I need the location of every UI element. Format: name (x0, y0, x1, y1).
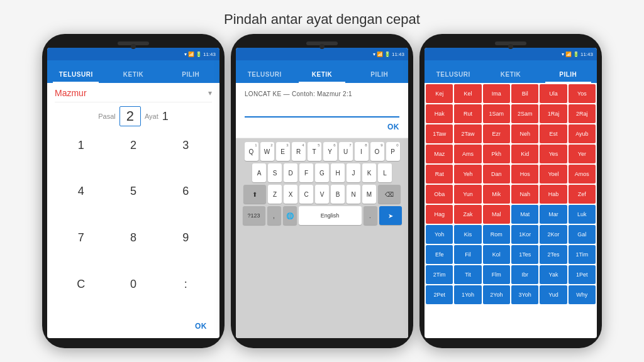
book-cell-Hos[interactable]: Hos (511, 165, 538, 184)
kb-key-S[interactable]: S (268, 163, 282, 182)
book-cell-Yoel[interactable]: Yoel (540, 165, 567, 184)
book-cell-Fil[interactable]: Fil (454, 245, 481, 264)
tab-telusuri-1[interactable]: TELUSURI (47, 71, 104, 83)
book-cell-Dan[interactable]: Dan (483, 165, 510, 184)
book-cell-Luk[interactable]: Luk (569, 205, 596, 224)
book-cell-2Tes[interactable]: 2Tes (540, 245, 567, 264)
period-key[interactable]: . (364, 206, 377, 225)
kb-key-Y[interactable]: Y6 (323, 142, 337, 161)
book-cell-Mat[interactable]: Mat (511, 205, 538, 224)
numpad-key-4[interactable]: 4 (55, 178, 107, 206)
book-cell-2Raj[interactable]: 2Raj (569, 104, 596, 123)
book-cell-Kel[interactable]: Kel (454, 84, 481, 103)
book-cell-Ams[interactable]: Ams (454, 145, 481, 163)
book-cell-Maz[interactable]: Maz (426, 145, 453, 163)
numpad-key-C[interactable]: C (55, 270, 107, 298)
tab-pilih-3[interactable]: PILIH (540, 71, 597, 83)
numpad-key-3[interactable]: 3 (160, 131, 212, 159)
book-cell-Kol[interactable]: Kol (483, 245, 510, 264)
kb-key-B[interactable]: B (331, 185, 345, 204)
book-cell-1Tim[interactable]: 1Tim (569, 245, 596, 264)
numpad-key-2[interactable]: 2 (107, 131, 159, 159)
kb-key-H[interactable]: H (331, 163, 345, 182)
kb-key-O[interactable]: O9 (370, 142, 384, 161)
book-cell-1Sam[interactable]: 1Sam (483, 104, 510, 123)
shift-key[interactable]: ⬆ (243, 185, 266, 204)
tab-ketik-2[interactable]: KETIK (293, 71, 350, 83)
kb-key-G[interactable]: G (315, 163, 329, 182)
enter-key[interactable]: ➤ (379, 206, 402, 225)
tab-ketik-3[interactable]: KETIK (482, 71, 539, 83)
book-cell-Rat[interactable]: Rat (426, 165, 453, 184)
spacebar[interactable]: English (299, 206, 362, 225)
kb-key-V[interactable]: V (315, 185, 329, 204)
kb-key-C[interactable]: C (299, 185, 313, 204)
book-cell-Mal[interactable]: Mal (483, 205, 510, 224)
book-cell-Tit[interactable]: Tit (454, 265, 481, 284)
numpad-key-6[interactable]: 6 (160, 178, 212, 206)
numpad-key-9[interactable]: 9 (160, 224, 212, 252)
tab-telusuri-3[interactable]: TELUSURI (425, 71, 482, 83)
book-cell-Hag[interactable]: Hag (426, 205, 453, 224)
book-cell-2Yoh[interactable]: 2Yoh (483, 285, 510, 304)
book-cell-Pkh[interactable]: Pkh (483, 145, 510, 163)
book-cell-Mar[interactable]: Mar (540, 205, 567, 224)
book-cell-Yud[interactable]: Yud (540, 285, 567, 304)
jump-input[interactable] (245, 102, 399, 118)
book-selector[interactable]: Mazmur ▾ (55, 88, 212, 102)
book-cell-1Yoh[interactable]: 1Yoh (454, 285, 481, 304)
book-cell-Rut[interactable]: Rut (454, 104, 481, 123)
book-cell-Yoh[interactable]: Yoh (426, 225, 453, 244)
kb-key-W[interactable]: W2 (260, 142, 274, 161)
book-cell-Rom[interactable]: Rom (483, 225, 510, 244)
book-cell-Ayub[interactable]: Ayub (569, 124, 596, 143)
book-cell-Ula[interactable]: Ula (540, 84, 567, 103)
kb-key-R[interactable]: R4 (292, 142, 306, 161)
comma-key[interactable]: , (267, 206, 281, 225)
tab-pilih-2[interactable]: PILIH (351, 71, 408, 83)
numpad-key-1[interactable]: 1 (55, 131, 107, 159)
book-cell-Bil[interactable]: Bil (511, 84, 538, 103)
book-cell-2Kor[interactable]: 2Kor (540, 225, 567, 244)
book-cell-Yak[interactable]: Yak (540, 265, 567, 284)
book-cell-Amos[interactable]: Amos (569, 165, 596, 184)
book-cell-Hab[interactable]: Hab (540, 185, 567, 204)
book-cell-Yos[interactable]: Yos (569, 84, 596, 103)
kb-key-U[interactable]: U7 (339, 142, 353, 161)
kb-key-A[interactable]: A (252, 163, 266, 182)
kb-key-D[interactable]: D (284, 163, 297, 182)
book-cell-1Tes[interactable]: 1Tes (511, 245, 538, 264)
numpad-key-0[interactable]: 0 (107, 270, 159, 298)
kb-key-T[interactable]: T5 (308, 142, 321, 161)
book-cell-Why[interactable]: Why (569, 285, 596, 304)
numpad-key-7[interactable]: 7 (55, 224, 107, 252)
book-cell-Ezr[interactable]: Ezr (483, 124, 510, 143)
book-cell-3Yoh[interactable]: 3Yoh (511, 285, 538, 304)
book-cell-Zak[interactable]: Zak (454, 205, 481, 224)
kb-key-Q[interactable]: Q1 (245, 142, 258, 161)
book-cell-Zef[interactable]: Zef (569, 185, 596, 204)
book-cell-2Pet[interactable]: 2Pet (426, 285, 453, 304)
book-cell-1Taw[interactable]: 1Taw (426, 124, 453, 143)
book-cell-1Kor[interactable]: 1Kor (511, 225, 538, 244)
kb-key-I[interactable]: I8 (355, 142, 369, 161)
kb-key-F[interactable]: F (299, 163, 313, 182)
book-cell-Ibr[interactable]: Ibr (511, 265, 538, 284)
book-cell-Kid[interactable]: Kid (511, 145, 538, 163)
book-cell-2Tim[interactable]: 2Tim (426, 265, 453, 284)
jump-ok-button[interactable]: OK (387, 123, 399, 131)
book-cell-Gal[interactable]: Gal (569, 225, 596, 244)
numpad-key-8[interactable]: 8 (107, 224, 159, 252)
kb-key-Z[interactable]: Z (268, 185, 282, 204)
tab-pilih-1[interactable]: PILIH (162, 71, 219, 83)
numpad-key-5[interactable]: 5 (107, 178, 159, 206)
ok-button-1[interactable]: OK (190, 319, 212, 333)
symbols-key[interactable]: ?123 (243, 206, 265, 225)
book-cell-2Taw[interactable]: 2Taw (454, 124, 481, 143)
book-cell-1Raj[interactable]: 1Raj (540, 104, 567, 123)
book-cell-1Pet[interactable]: 1Pet (569, 265, 596, 284)
backspace-key[interactable]: ⌫ (378, 185, 401, 204)
kb-key-E[interactable]: E3 (276, 142, 290, 161)
book-cell-Ima[interactable]: Ima (483, 84, 510, 103)
kb-key-M[interactable]: M (362, 185, 376, 204)
